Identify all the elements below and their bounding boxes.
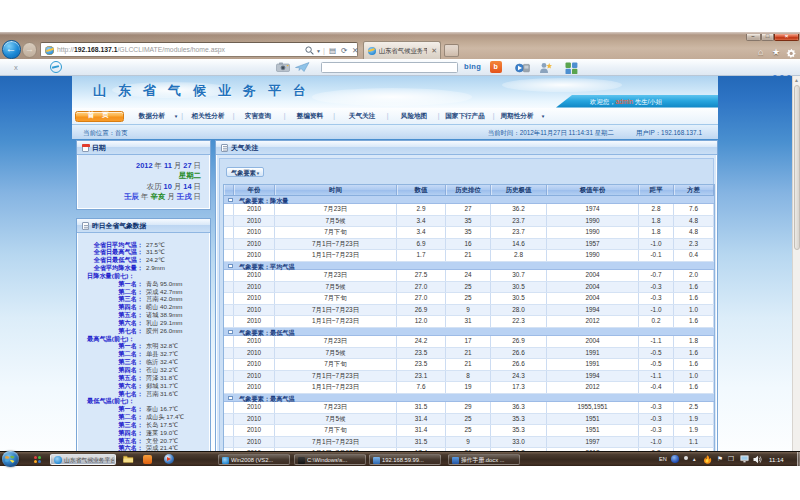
toolbar-person-icon[interactable]	[539, 62, 552, 74]
table-row[interactable]: 20107月下旬23.52126.61991-0.51.6	[224, 359, 714, 371]
refresh-icon[interactable]: ⟳	[341, 46, 347, 55]
nav-item-4[interactable]: 整编资料	[297, 112, 323, 120]
column-header[interactable]: 距平	[639, 185, 674, 195]
taskbar-window-button[interactable]: 操作手册.docx ...	[448, 454, 520, 466]
group-collapse-checkbox[interactable]	[228, 198, 233, 203]
orange-app-icon[interactable]	[143, 455, 152, 464]
table-row[interactable]: 20101月1日~7月23日1.7212.81990-0.10.4	[224, 250, 714, 262]
start-button[interactable]	[2, 451, 19, 468]
table-cell: 35	[446, 227, 491, 238]
address-bar[interactable]: http://192.168.137.1/GLCCLIMATE/modules/…	[40, 42, 358, 57]
table-row[interactable]: 20107月下旬31.42535.31951-0.31.9	[224, 425, 714, 437]
column-header[interactable]: 方差	[674, 185, 714, 195]
table-cell: 2010	[234, 204, 275, 215]
column-header[interactable]: 历史排位	[446, 185, 491, 195]
group-collapse-checkbox[interactable]	[228, 264, 233, 269]
search-icon[interactable]	[305, 46, 314, 55]
favorites-star-icon[interactable]: ★	[772, 47, 780, 57]
taskbar-window-button[interactable]: C:\Windows\s...	[294, 454, 366, 466]
stop-icon[interactable]: ✕	[352, 46, 358, 55]
browser-tab[interactable]: 山东省气候业务平... ✕	[363, 41, 441, 59]
bing-orange-icon[interactable]: b	[490, 61, 502, 73]
network-icon[interactable]	[740, 455, 749, 463]
maximize-button[interactable]: □	[761, 34, 774, 42]
nav-dropdown-caret-icon: ▼	[174, 114, 179, 119]
taskbar-window-button[interactable]: Win2008 (VS2...	[218, 454, 290, 466]
taskbar-active-window[interactable]: 山东省气候业务平台	[50, 454, 116, 466]
column-header[interactable]: 数值	[397, 185, 446, 195]
table-row[interactable]: 20107月5候27.02530.52004-0.31.6	[224, 282, 714, 294]
table-row[interactable]: 20107月23日24.21726.92004-1.11.8	[224, 336, 714, 348]
column-header[interactable]	[224, 185, 234, 195]
table-row[interactable]: 20107月5候23.52126.61991-0.51.6	[224, 348, 714, 360]
table-row[interactable]: 20107月23日2.92736.219742.87.6	[224, 204, 714, 216]
page-scrollbar[interactable]: ▲	[792, 76, 800, 466]
element-filter-button[interactable]: 气象要素▼	[226, 167, 264, 178]
nav-item-6[interactable]: 风险地图	[401, 112, 427, 120]
table-row[interactable]: 20101月1日~7月23日12.03122.320120.21.6	[224, 316, 714, 328]
table-cell: 3.4	[397, 216, 446, 227]
tray-blue-icon[interactable]	[671, 455, 679, 463]
weather-panel-title: 昨日全省气象数据	[92, 222, 146, 230]
new-tab-button[interactable]	[444, 44, 459, 57]
table-row[interactable]: 20107月下旬27.02530.52004-0.31.6	[224, 293, 714, 305]
column-header[interactable]: 极值年份	[547, 185, 639, 195]
action-center-flag-icon[interactable]: ⚑	[717, 455, 723, 463]
nav-item-7[interactable]: 国家下行产品	[445, 112, 485, 120]
volume-icon[interactable]	[753, 455, 762, 464]
taskbar-clock[interactable]: 11:14	[769, 456, 784, 464]
tools-gear-icon[interactable]	[786, 48, 796, 58]
nav-item-5[interactable]: 天气关注	[349, 112, 375, 120]
nav-item-2[interactable]: 相关性分析	[192, 112, 225, 120]
table-cell: 9	[446, 305, 491, 316]
antivirus-flame-icon[interactable]	[703, 455, 712, 464]
table-row[interactable]: 20107月5候31.42535.31951-0.31.9	[224, 414, 714, 426]
back-button[interactable]: ←	[2, 40, 21, 59]
toolbar-camera-icon[interactable]	[276, 62, 290, 72]
address-dropdown-icon[interactable]: ▼	[316, 47, 321, 56]
table-row[interactable]: 20107月下旬3.43523.719901.84.8	[224, 227, 714, 239]
toolbar-close-icon[interactable]: x	[14, 63, 18, 72]
table-cell: 1.6	[674, 359, 714, 370]
bing-logo[interactable]: bing	[464, 62, 481, 72]
toolbar-share-icon[interactable]	[295, 62, 310, 73]
toolbar-apps-icon[interactable]	[565, 62, 578, 74]
column-header[interactable]: 年份	[234, 185, 275, 195]
home-icon[interactable]: ⌂	[758, 47, 763, 57]
nav-item-1[interactable]: 数据分析	[139, 112, 165, 120]
nav-item-3[interactable]: 灾害查询	[245, 112, 271, 120]
language-indicator[interactable]: EN	[659, 455, 667, 463]
taskbar-window-button[interactable]: 192.168.59.99...	[369, 454, 441, 466]
table-row[interactable]: 20101月1日~7月23日7.61917.32012-0.41.6	[224, 382, 714, 394]
toolbar-stop-icon[interactable]	[50, 61, 62, 73]
table-row[interactable]: 20107月5候3.43523.719901.84.8	[224, 216, 714, 228]
column-header[interactable]: 时间	[275, 185, 397, 195]
column-header[interactable]: 历史极值	[491, 185, 547, 195]
folder-icon[interactable]	[123, 454, 134, 464]
table-row[interactable]: 20107月1日~7月23日26.9928.01994-1.01.0	[224, 305, 714, 317]
minimize-button[interactable]: –	[746, 34, 761, 42]
tray-small-icon[interactable]	[684, 456, 688, 460]
table-row[interactable]: 20107月1日~7月23日31.5933.01997-1.01.1	[224, 437, 714, 449]
media-player-icon[interactable]	[164, 454, 174, 464]
group-collapse-checkbox[interactable]	[228, 330, 233, 335]
forward-button[interactable]: →	[22, 42, 38, 58]
table-row[interactable]: 20107月23日27.52430.72004-0.72.0	[224, 270, 714, 282]
show-hidden-icons[interactable]: ▲	[692, 456, 697, 464]
nav-item-8[interactable]: 周期性分析	[501, 112, 534, 120]
compatibility-view-icon[interactable]: ▤	[329, 46, 336, 55]
address-url[interactable]: http://192.168.137.1/GLCCLIMATE/modules/…	[57, 46, 225, 54]
toolbar-mail-icon[interactable]	[515, 62, 530, 74]
scrollbar-up-icon[interactable]: ▲	[794, 77, 799, 83]
table-row[interactable]: 20107月1日~7月23日23.1824.31994-1.11.0	[224, 371, 714, 383]
close-button[interactable]: ×	[774, 34, 799, 42]
table-row[interactable]: 20107月23日31.52936.31955,1951-0.32.5	[224, 402, 714, 414]
nav-item-home[interactable]: 首 页	[75, 111, 124, 122]
scrollbar-thumb[interactable]	[794, 85, 800, 250]
tab-close-icon[interactable]: ✕	[431, 47, 437, 55]
group-collapse-checkbox[interactable]	[228, 396, 233, 401]
table-row[interactable]: 20107月1日~7月23日6.91614.61957-1.02.3	[224, 239, 714, 251]
table-cell: 35.3	[491, 425, 547, 436]
tray-window-icon[interactable]: ❒	[728, 455, 734, 463]
bing-search-input[interactable]	[321, 62, 458, 74]
